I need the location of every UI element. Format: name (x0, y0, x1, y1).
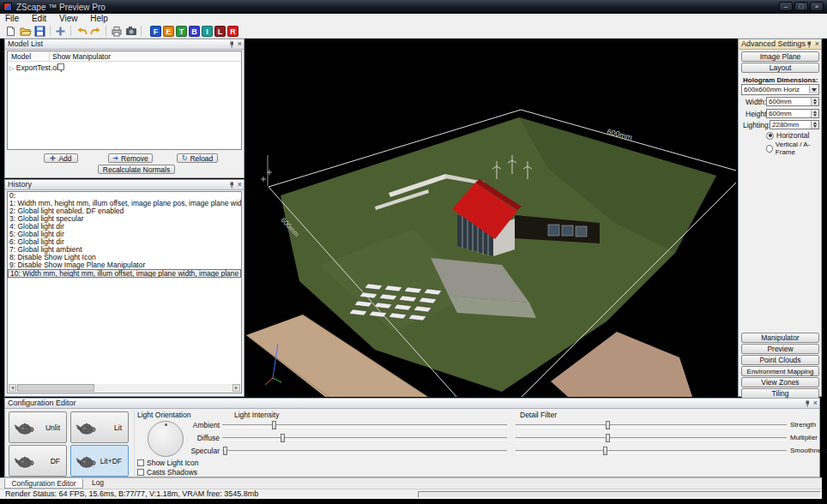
tab-configuration-editor[interactable]: Configuration Editor (4, 478, 83, 489)
diffuse-slider[interactable] (222, 434, 507, 442)
add-icon[interactable] (53, 25, 68, 38)
undo-icon[interactable] (74, 25, 88, 38)
redo-icon[interactable] (88, 25, 103, 38)
unlit-button[interactable]: Unlit (9, 411, 67, 443)
checkbox-icon[interactable] (137, 459, 144, 466)
manipulator-button[interactable]: Manipulator (741, 333, 819, 343)
vertical-aframe-radio[interactable]: Vertical / A-Frame (766, 141, 821, 156)
slider-thumb[interactable] (603, 447, 607, 455)
light-orientation-sphere[interactable] (148, 421, 184, 457)
spin-down-icon[interactable] (812, 114, 818, 118)
add-model-button[interactable]: Add (44, 153, 78, 163)
menu-file[interactable]: File (0, 14, 24, 24)
scroll-right-icon[interactable]: ▸ (232, 384, 240, 392)
show-manipulator-checkbox[interactable] (57, 63, 64, 70)
strength-slider[interactable] (516, 421, 787, 429)
history-item[interactable]: 1: Width mm, height mm, illum offset, im… (8, 200, 241, 207)
height-field[interactable]: 600mm (766, 109, 819, 118)
slider-thumb[interactable] (281, 434, 285, 442)
ambient-slider[interactable] (222, 421, 507, 429)
history-item[interactable]: 3: Global light specular (8, 215, 241, 223)
show-light-icon-checkbox[interactable]: Show Light Icon (137, 459, 198, 467)
history-item[interactable]: 7: Global light ambient (8, 246, 241, 254)
history-item[interactable]: 8: Disable Show Light Icon (8, 254, 241, 261)
print-icon[interactable] (109, 25, 124, 38)
layout-preset-f-button[interactable]: F (150, 26, 161, 37)
environment-mapping-button[interactable]: Environment Mapping (741, 366, 819, 376)
radio-icon[interactable] (766, 132, 774, 140)
slider-thumb[interactable] (223, 447, 227, 455)
layout-preset-t-button[interactable]: T (176, 26, 187, 37)
camera-icon[interactable] (124, 25, 138, 38)
layout-preset-e-button[interactable]: E (163, 26, 174, 37)
pin-icon[interactable] (806, 41, 812, 48)
history-list: 0: 1: Width mm, height mm, illum offset,… (7, 191, 242, 393)
history-item[interactable]: 2: Global light enabled, DF enabled (8, 207, 241, 215)
close-panel-icon[interactable]: × (813, 399, 818, 407)
slider-thumb[interactable] (272, 421, 276, 429)
table-row[interactable]: ▷ ExportTest.obj (9, 63, 241, 72)
close-panel-icon[interactable]: × (815, 40, 819, 48)
tree-expander-icon[interactable]: ▷ (9, 65, 14, 71)
history-item[interactable]: 6: Global light dir (8, 238, 241, 246)
recalculate-normals-button[interactable]: Recalculate Normals (98, 165, 175, 174)
smoothness-slider[interactable] (516, 447, 787, 455)
menu-edit[interactable]: Edit (27, 14, 51, 24)
menu-view[interactable]: View (54, 14, 83, 24)
casts-shadows-checkbox[interactable]: Casts Shadows (137, 468, 197, 477)
tab-log[interactable]: Log (86, 478, 110, 489)
viewport-3d[interactable]: 600mm 600mm (246, 39, 736, 397)
maximize-button[interactable]: □ (794, 2, 808, 11)
slider-thumb[interactable] (606, 421, 610, 429)
pin-icon[interactable] (228, 182, 235, 189)
pin-icon[interactable] (804, 400, 811, 407)
layout-preset-b-button[interactable]: B (189, 26, 200, 37)
chevron-down-icon[interactable] (809, 86, 818, 93)
image-plane-button[interactable]: Image Plane (741, 51, 819, 62)
horizontal-radio[interactable]: Horizontal (766, 131, 809, 140)
close-panel-icon[interactable]: × (238, 181, 242, 189)
width-field[interactable]: 600mm (766, 97, 819, 106)
reload-model-button[interactable]: ↻ Reload (177, 153, 218, 163)
history-horizontal-scrollbar[interactable]: ◂ ▸ (9, 384, 240, 392)
history-item[interactable]: 5: Global light dir (8, 231, 241, 238)
layout-preset-i-button[interactable]: I (202, 26, 213, 37)
spin-down-icon[interactable] (812, 102, 818, 106)
history-item[interactable]: 0: (8, 192, 241, 200)
point-clouds-button[interactable]: Point Clouds (741, 355, 819, 365)
preview-button[interactable]: Preview (741, 344, 819, 354)
light-direction-marker[interactable] (165, 423, 167, 426)
slider-thumb[interactable] (606, 434, 610, 442)
history-item[interactable]: 9: Disable Show Image Plane Manipulator (8, 261, 241, 269)
model-name: ExportTest.obj (16, 63, 63, 72)
layout-button[interactable]: Layout (741, 63, 819, 73)
lit-df-button[interactable]: Lit+DF (70, 445, 129, 477)
layout-preset-r-button[interactable]: R (227, 26, 238, 37)
close-panel-icon[interactable]: × (238, 40, 242, 48)
checkbox-icon[interactable] (137, 469, 144, 476)
lit-button[interactable]: Lit (70, 411, 129, 443)
scrollbar-thumb[interactable] (17, 384, 94, 392)
spin-down-icon[interactable] (812, 125, 818, 129)
new-file-icon[interactable] (3, 25, 18, 38)
view-zones-button[interactable]: View Zones (741, 377, 819, 387)
remove-model-button[interactable]: ➔ Remove (108, 153, 153, 163)
df-button[interactable]: DF (9, 445, 67, 477)
layout-preset-l-button[interactable]: L (214, 26, 226, 37)
scroll-left-icon[interactable]: ◂ (9, 384, 16, 392)
radio-icon[interactable] (766, 145, 773, 153)
pin-icon[interactable] (228, 41, 235, 48)
lighting-field[interactable]: 2280mm (770, 120, 819, 129)
column-model[interactable]: Model (11, 51, 31, 62)
history-item-selected[interactable]: 10: Width mm, height mm, illum offset, i… (8, 269, 241, 278)
column-show-manipulator[interactable]: Show Manipulator (52, 51, 111, 62)
history-item[interactable]: 4: Global light dir (8, 223, 241, 231)
specular-slider[interactable] (222, 447, 507, 455)
close-button[interactable]: × (810, 2, 824, 11)
open-folder-icon[interactable] (18, 25, 33, 38)
minimize-button[interactable]: – (779, 2, 793, 11)
menu-help[interactable]: Help (85, 14, 113, 24)
multiplier-slider[interactable] (516, 434, 787, 442)
save-icon[interactable] (33, 25, 47, 38)
hologram-preset-select[interactable]: 600x600mm Horiz (741, 84, 819, 95)
